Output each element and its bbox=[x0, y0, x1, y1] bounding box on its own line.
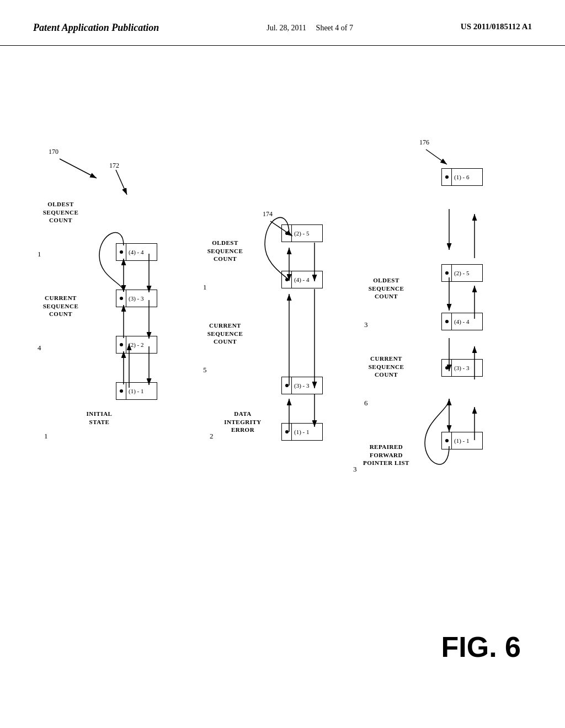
s1-node-1-1-ptr bbox=[116, 383, 126, 399]
s2-node-2-5-ptr bbox=[282, 225, 292, 242]
figure-label: FIG. 6 bbox=[441, 630, 521, 663]
publication-date: Jul. 28, 2011 bbox=[266, 24, 306, 32]
s1-oldest-val: 1 bbox=[38, 250, 41, 259]
s3-current-seq-label: CURRENTSEQUENCE COUNT bbox=[364, 355, 408, 378]
s3-node-1-6-val: (1) - 6 bbox=[452, 169, 472, 185]
s3-node-4-4-val: (4) - 4 bbox=[452, 313, 472, 330]
s3-num: 3 bbox=[353, 465, 357, 474]
svg-line-3 bbox=[116, 170, 127, 195]
s3-node-1-1-val: (1) - 1 bbox=[452, 432, 472, 449]
publication-title: Patent Application Publication bbox=[33, 22, 159, 34]
s3-state-label: REPAIRED FORWARDPOINTER LIST bbox=[353, 443, 419, 467]
s2-node-2-5-val: (2) - 5 bbox=[292, 225, 312, 242]
s1-node-4-4-val: (4) - 4 bbox=[126, 244, 146, 260]
s1-node-2-2-val: (2) - 2 bbox=[126, 336, 146, 353]
s3-node-1-1: (1) - 1 bbox=[441, 432, 483, 449]
s1-current-val: 4 bbox=[38, 344, 41, 352]
s1-current-seq-label: CURRENTSEQUENCE COUNT bbox=[39, 294, 83, 318]
s1-node-4-4: (4) - 4 bbox=[116, 243, 157, 261]
svg-line-2 bbox=[60, 159, 97, 178]
s2-node-4-4-val: (4) - 4 bbox=[292, 271, 312, 288]
s1-node-1-1-val: (1) - 1 bbox=[126, 383, 146, 399]
s1-oldest-seq-label: OLDESTSEQUENCE COUNT bbox=[39, 200, 83, 224]
s3-oldest-val: 3 bbox=[364, 320, 368, 329]
s3-node-1-6: (1) - 6 bbox=[441, 168, 483, 186]
s1-num: 1 bbox=[44, 432, 48, 441]
s3-node-2-5-ptr bbox=[442, 265, 452, 281]
s2-current-seq-label: CURRENTSEQUENCE COUNT bbox=[203, 322, 247, 345]
s1-node-3-3-val: (3) - 3 bbox=[126, 290, 146, 307]
s2-node-2-5: (2) - 5 bbox=[281, 224, 323, 242]
s2-node-4-4: (4) - 4 bbox=[281, 271, 323, 288]
s3-current-val: 6 bbox=[364, 399, 368, 408]
s1-state-label: INITIALSTATE bbox=[77, 410, 121, 426]
s3-oldest-seq-label: OLDESTSEQUENCE COUNT bbox=[364, 276, 408, 300]
s3-node-1-1-ptr bbox=[442, 432, 452, 449]
page-header: Patent Application Publication Jul. 28, … bbox=[0, 0, 565, 46]
s3-node-2-5-val: (2) - 5 bbox=[452, 265, 472, 281]
s3-node-3-3: (3) - 3 bbox=[441, 359, 483, 377]
s1-node-4-4-ptr bbox=[116, 244, 126, 260]
s2-num: 2 bbox=[210, 432, 214, 441]
s1-node-2-2: (2) - 2 bbox=[116, 336, 157, 354]
diagram-area: 170 172 OLDESTSEQUENCE COUNT 1 CURRENTSE… bbox=[0, 46, 565, 697]
s2-oldest-val: 1 bbox=[203, 283, 207, 292]
ref-170: 170 bbox=[49, 148, 58, 156]
svg-line-18 bbox=[426, 149, 447, 164]
ref-174: 174 bbox=[263, 210, 273, 218]
header-date-sheet: Jul. 28, 2011 Sheet 4 of 7 bbox=[266, 22, 353, 34]
s2-node-1-1-val: (1) - 1 bbox=[292, 424, 312, 440]
s2-oldest-seq-label: OLDESTSEQUENCE COUNT bbox=[203, 239, 247, 263]
s3-node-1-6-ptr bbox=[442, 169, 452, 185]
s1-node-2-2-ptr bbox=[116, 336, 126, 353]
ref-176: 176 bbox=[419, 138, 429, 147]
sheet-info: Sheet 4 of 7 bbox=[316, 24, 353, 32]
s3-node-3-3-val: (3) - 3 bbox=[452, 360, 472, 376]
s2-current-val: 5 bbox=[203, 366, 207, 374]
s3-node-4-4: (4) - 4 bbox=[441, 313, 483, 330]
s2-node-1-1-ptr bbox=[282, 424, 292, 440]
s1-node-3-3: (3) - 3 bbox=[116, 290, 157, 307]
s2-node-3-3-ptr bbox=[282, 377, 292, 394]
s2-node-1-1: (1) - 1 bbox=[281, 423, 323, 441]
s3-node-4-4-ptr bbox=[442, 313, 452, 330]
ref-172: 172 bbox=[109, 162, 119, 170]
s2-node-3-3: (3) - 3 bbox=[281, 377, 323, 394]
patent-number: US 2011/0185112 A1 bbox=[461, 22, 532, 31]
s2-state-label: DATA INTEGRITYERROR bbox=[215, 410, 270, 433]
s3-node-3-3-ptr bbox=[442, 360, 452, 376]
s2-node-3-3-val: (3) - 3 bbox=[292, 377, 312, 394]
s1-node-1-1: (1) - 1 bbox=[116, 382, 157, 400]
s1-node-3-3-ptr bbox=[116, 290, 126, 307]
s2-node-4-4-ptr bbox=[282, 271, 292, 288]
s3-node-2-5: (2) - 5 bbox=[441, 264, 483, 282]
